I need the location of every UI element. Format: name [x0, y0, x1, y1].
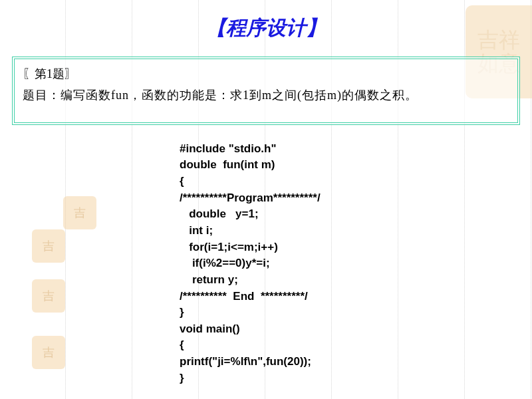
code-line: }	[180, 372, 184, 384]
code-line: double y=1;	[180, 207, 259, 220]
decorative-seal-4: 吉	[32, 336, 65, 369]
code-line: }	[180, 306, 184, 319]
decorative-seal-1: 吉	[63, 196, 96, 229]
code-line: double fun(int m)	[180, 158, 275, 171]
code-block: #include "stdio.h" double fun(int m) { /…	[180, 141, 532, 387]
code-line: {	[180, 338, 184, 351]
code-line: for(i=1;i<=m;i++)	[180, 241, 278, 253]
page-title: 【程序设计】	[0, 0, 532, 50]
decorative-seal-2: 吉	[32, 229, 65, 263]
code-line: #include "stdio.h"	[180, 142, 277, 155]
code-line: int i;	[180, 224, 213, 237]
problem-number: 〖第1题〗	[23, 66, 509, 82]
code-line: return y;	[180, 273, 238, 286]
code-line: void main()	[180, 323, 240, 335]
code-line: /**********Program**********/	[180, 192, 321, 204]
code-line: {	[180, 175, 184, 188]
decorative-seal-3: 吉	[32, 279, 65, 313]
problem-text: 题目：编写函数fun，函数的功能是：求1到m之间(包括m)的偶数之积。	[23, 86, 509, 105]
problem-box: 〖第1题〗 题目：编写函数fun，函数的功能是：求1到m之间(包括m)的偶数之积…	[12, 57, 520, 125]
code-line: if(i%2==0)y*=i;	[180, 257, 270, 269]
code-line: printf("ji=%lf\n",fun(20));	[180, 355, 311, 368]
code-line: /********** End **********/	[180, 290, 308, 303]
